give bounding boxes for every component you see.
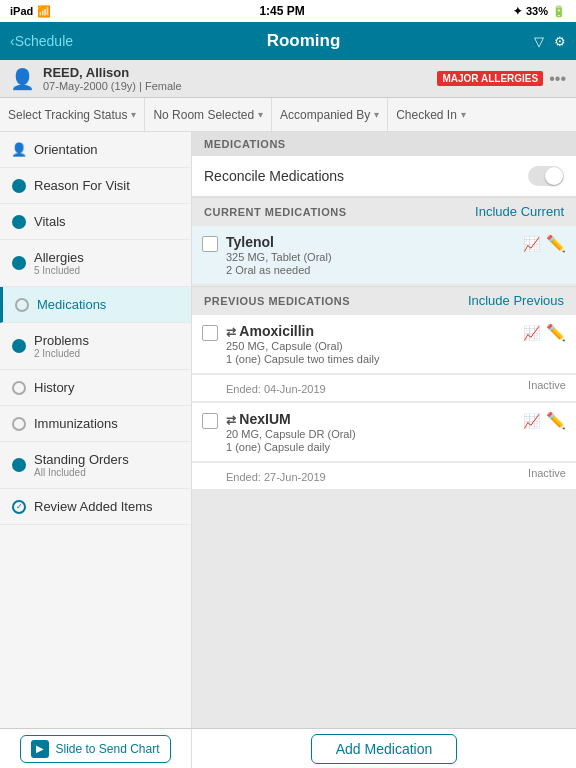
chart-icon[interactable]: 📈 <box>523 325 540 341</box>
room-dropdown[interactable]: No Room Selected ▾ <box>145 98 272 131</box>
play-icon: ▶ <box>31 740 49 758</box>
reconcile-medications-row: Reconcile Medications <box>192 156 576 197</box>
gear-icon[interactable]: ⚙ <box>554 34 566 49</box>
sidebar-label: Reason For Visit <box>34 178 130 193</box>
med-info-amoxicillin: ⇄ Amoxicillin 250 MG, Capsule (Oral) 1 (… <box>226 323 515 365</box>
page-title: Rooming <box>73 31 534 51</box>
include-current-button[interactable]: Include Current <box>475 204 564 219</box>
device-label: iPad <box>10 5 33 17</box>
sidebar-label: Allergies <box>34 250 84 265</box>
status-dot-empty <box>12 417 26 431</box>
sidebar-item-vitals[interactable]: Vitals <box>0 204 191 240</box>
back-button[interactable]: ‹ Schedule <box>10 33 73 49</box>
med-details: 325 MG, Tablet (Oral) <box>226 251 515 263</box>
sidebar-item-medications[interactable]: Medications <box>0 287 191 323</box>
patient-name: REED, Allison <box>43 65 182 80</box>
edit-icon[interactable]: ✏️ <box>546 323 566 342</box>
sidebar-label: Vitals <box>34 214 66 229</box>
sidebar-item-problems[interactable]: Problems 2 Included <box>0 323 191 370</box>
main-layout: 👤 Orientation Reason For Visit Vitals Al… <box>0 132 576 728</box>
slide-to-send-button[interactable]: ▶ Slide to Send Chart <box>20 735 170 763</box>
sidebar-item-immunizations[interactable]: Immunizations <box>0 406 191 442</box>
patient-bar: 👤 REED, Allison 07-May-2000 (19y) | Fema… <box>0 60 576 98</box>
sidebar-label: Immunizations <box>34 416 118 431</box>
status-time: 1:45 PM <box>259 4 304 18</box>
med-info-nexium: ⇄ NexIUM 20 MG, Capsule DR (Oral) 1 (one… <box>226 411 515 453</box>
medication-card-amoxicillin: ⇄ Amoxicillin 250 MG, Capsule (Oral) 1 (… <box>192 315 576 374</box>
include-previous-button[interactable]: Include Previous <box>468 293 564 308</box>
reconcile-toggle[interactable] <box>528 166 564 186</box>
chart-icon[interactable]: 📈 <box>523 236 540 252</box>
edit-icon[interactable]: ✏️ <box>546 411 566 430</box>
med-checkbox-tylenol[interactable] <box>202 236 218 252</box>
medications-section-header: MEDICATIONS <box>192 132 576 156</box>
sidebar-item-review-added-items[interactable]: ✓ Review Added Items <box>0 489 191 525</box>
med-actions-nexium: 📈 ✏️ <box>523 411 566 430</box>
patient-avatar-icon: 👤 <box>10 67 35 91</box>
sidebar-sub-label: All Included <box>34 467 129 478</box>
status-dot <box>12 458 26 472</box>
sidebar: 👤 Orientation Reason For Visit Vitals Al… <box>0 132 192 728</box>
bottom-right: Add Medication <box>192 729 576 768</box>
room-chevron: ▾ <box>258 109 263 120</box>
tracking-status-dropdown[interactable]: Select Tracking Status ▾ <box>0 98 145 131</box>
status-dot-empty <box>12 381 26 395</box>
med-actions-tylenol: 📈 ✏️ <box>523 234 566 253</box>
sidebar-item-standing-orders[interactable]: Standing Orders All Included <box>0 442 191 489</box>
med-dosage: 1 (one) Capsule two times daily <box>226 353 515 365</box>
edit-icon[interactable]: ✏️ <box>546 234 566 253</box>
chart-icon[interactable]: 📈 <box>523 413 540 429</box>
medication-block-amoxicillin: ⇄ Amoxicillin 250 MG, Capsule (Oral) 1 (… <box>192 314 576 402</box>
previous-meds-title: PREVIOUS MEDICATIONS <box>204 295 350 307</box>
check-dot-icon: ✓ <box>12 500 26 514</box>
checked-in-chevron: ▾ <box>461 109 466 120</box>
sidebar-label: Review Added Items <box>34 499 153 514</box>
previous-medications-header: PREVIOUS MEDICATIONS Include Previous <box>192 286 576 314</box>
toggle-knob <box>545 167 563 185</box>
battery-level: 33% <box>526 5 548 17</box>
med-name: Tylenol <box>226 234 515 250</box>
transfer-arrows-icon: ⇄ <box>226 413 239 427</box>
sidebar-sub-label: 5 Included <box>34 265 84 276</box>
add-medication-button[interactable]: Add Medication <box>311 734 458 764</box>
reconcile-label: Reconcile Medications <box>204 168 344 184</box>
med-ended: Ended: 27-Jun-2019 <box>226 471 326 483</box>
accompanied-by-chevron: ▾ <box>374 109 379 120</box>
sidebar-item-allergies[interactable]: Allergies 5 Included <box>0 240 191 287</box>
current-meds-title: CURRENT MEDICATIONS <box>204 206 347 218</box>
med-actions-amoxicillin: 📈 ✏️ <box>523 323 566 342</box>
bottom-bar: ▶ Slide to Send Chart Add Medication <box>0 728 576 768</box>
med-checkbox-amoxicillin[interactable] <box>202 325 218 341</box>
sidebar-label: Orientation <box>34 142 98 157</box>
tracking-bar: Select Tracking Status ▾ No Room Selecte… <box>0 98 576 132</box>
med-status: Inactive <box>528 379 566 395</box>
room-label: No Room Selected <box>153 108 254 122</box>
med-status: Inactive <box>528 467 566 483</box>
back-label: Schedule <box>15 33 73 49</box>
transfer-arrows-icon: ⇄ <box>226 325 239 339</box>
sidebar-label: Standing Orders <box>34 452 129 467</box>
sidebar-item-history[interactable]: History <box>0 370 191 406</box>
patient-dob: 07-May-2000 (19y) | Female <box>43 80 182 92</box>
status-left: iPad 📶 <box>10 5 51 18</box>
checked-in-label: Checked In <box>396 108 457 122</box>
med-ended: Ended: 04-Jun-2019 <box>226 383 326 395</box>
med-name: ⇄ Amoxicillin <box>226 323 515 339</box>
filter-icon[interactable]: ▽ <box>534 34 544 49</box>
medication-block-nexium: ⇄ NexIUM 20 MG, Capsule DR (Oral) 1 (one… <box>192 402 576 490</box>
medication-card-nexium: ⇄ NexIUM 20 MG, Capsule DR (Oral) 1 (one… <box>192 403 576 462</box>
med-info-tylenol: Tylenol 325 MG, Tablet (Oral) 2 Oral as … <box>226 234 515 276</box>
med-checkbox-nexium[interactable] <box>202 413 218 429</box>
status-dot <box>12 179 26 193</box>
sidebar-sub-label: 2 Included <box>34 348 89 359</box>
person-icon: 👤 <box>12 143 26 157</box>
bottom-left: ▶ Slide to Send Chart <box>0 729 192 768</box>
sidebar-label: Medications <box>37 297 106 312</box>
content-area: MEDICATIONS Reconcile Medications CURREN… <box>192 132 576 728</box>
sidebar-item-reason-for-visit[interactable]: Reason For Visit <box>0 168 191 204</box>
checked-in-dropdown[interactable]: Checked In ▾ <box>388 98 576 131</box>
sidebar-label: History <box>34 380 74 395</box>
more-options-icon[interactable]: ••• <box>549 70 566 88</box>
sidebar-item-orientation[interactable]: 👤 Orientation <box>0 132 191 168</box>
accompanied-by-dropdown[interactable]: Accompanied By ▾ <box>272 98 388 131</box>
